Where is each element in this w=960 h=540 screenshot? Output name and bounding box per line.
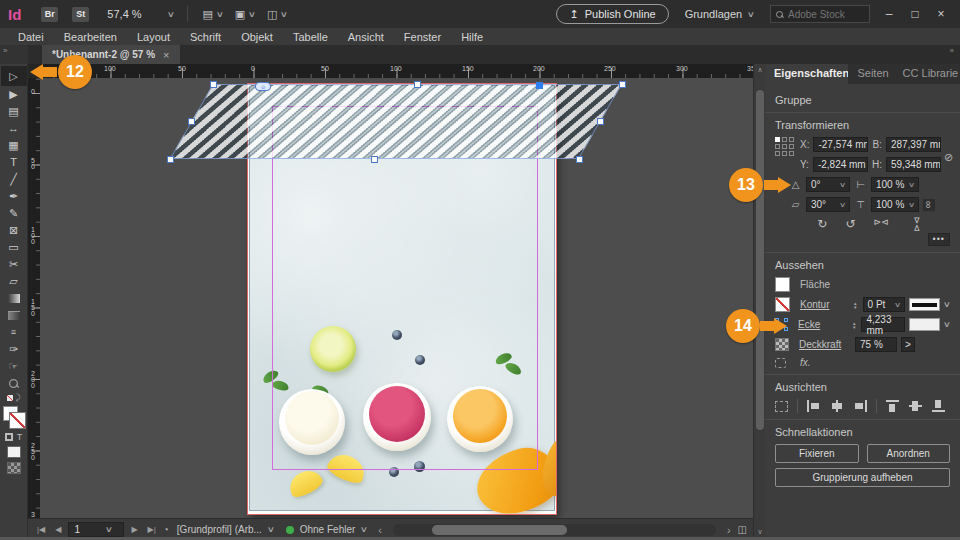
tool-zoom[interactable]	[1, 375, 27, 392]
fill-color-swatch[interactable]	[775, 277, 790, 292]
selection-handle[interactable]	[210, 81, 217, 88]
y-position-field[interactable]: -2,824 mm	[813, 157, 868, 172]
toolbar-collapse-icon[interactable]: »	[0, 45, 28, 64]
tool-content-collector[interactable]: ▦	[1, 137, 27, 154]
flip-vertical-button[interactable]: ⊳⊲	[907, 216, 921, 231]
vertical-ruler[interactable]: 0 50 100 150 200 250 300	[28, 78, 40, 518]
selected-striped-object[interactable]	[170, 84, 622, 159]
height-field[interactable]: 59,348 mm	[886, 157, 941, 172]
tool-hand[interactable]: ☞	[1, 358, 27, 375]
corner-link[interactable]: Ecke	[798, 319, 849, 330]
last-page-button[interactable]: ▶|	[145, 525, 159, 534]
bridge-button[interactable]: Br	[41, 7, 58, 22]
tool-direct-selection[interactable]: ▶	[1, 86, 27, 103]
arrange-button[interactable]: Anordnen	[867, 444, 951, 463]
lock-button[interactable]: Fixieren	[775, 444, 859, 463]
maximize-button[interactable]: □	[902, 4, 928, 24]
rotate-ccw-button[interactable]: ↺	[845, 217, 855, 231]
tool-eyedropper[interactable]: ✑	[1, 341, 27, 358]
flip-horizontal-button[interactable]: ⊳⊲	[873, 217, 888, 231]
menu-datei[interactable]: Datei	[8, 31, 54, 43]
preflight-icon[interactable]: ◔	[163, 524, 169, 535]
scroll-right-arrow[interactable]: ›	[724, 524, 734, 536]
stroke-swatch[interactable]	[10, 413, 25, 428]
stroke-style-swatch[interactable]	[909, 298, 940, 311]
tab-close-icon[interactable]: ×	[163, 49, 169, 61]
selection-handle[interactable]	[371, 156, 378, 163]
stroke-weight-field[interactable]: 0 Pt∨	[863, 297, 906, 312]
preflight-status[interactable]: Ohne Fehler ∨	[282, 524, 371, 535]
scroll-left-arrow[interactable]: ‹	[375, 524, 385, 536]
tool-gradient-feather[interactable]	[1, 307, 27, 324]
stroke-weight-stepper[interactable]: ▴▾	[854, 301, 857, 309]
pasteboard[interactable]: ⊙	[40, 78, 753, 518]
stock-button[interactable]: St	[72, 7, 89, 22]
search-input[interactable]	[788, 9, 862, 20]
fill-stroke-control[interactable]	[3, 406, 25, 428]
tab-eigenschaften[interactable]: Eigenschaften	[765, 64, 848, 84]
tool-scissors[interactable]: ✂	[1, 256, 27, 273]
opacity-field[interactable]: 75 %	[855, 337, 897, 352]
corner-radius-stepper[interactable]: ▴▾	[853, 321, 856, 329]
selection-handle[interactable]	[597, 118, 604, 125]
tool-gradient[interactable]	[1, 290, 27, 307]
tool-free-transform[interactable]: ▱	[1, 273, 27, 290]
corner-radius-field[interactable]: 4,233 mm	[861, 317, 904, 332]
menu-schrift[interactable]: Schrift	[180, 31, 231, 43]
menu-ansicht[interactable]: Ansicht	[338, 31, 394, 43]
tool-selection[interactable]: ▷	[1, 66, 27, 86]
tab-cc-libraries[interactable]: CC Librarie	[894, 64, 960, 84]
more-options-button[interactable]: •••	[928, 233, 950, 246]
tab-seiten[interactable]: Seiten	[848, 64, 893, 84]
tool-line[interactable]: ╱	[1, 171, 27, 188]
opacity-link[interactable]: Deckkraft	[799, 339, 851, 350]
selection-handle[interactable]	[414, 81, 421, 88]
first-page-button[interactable]: |◀	[34, 525, 48, 534]
selection-anchor-handle[interactable]	[536, 82, 543, 89]
default-swap-swatches[interactable]: ⤸	[7, 392, 21, 404]
horizontal-scrollbar-thumb[interactable]	[432, 525, 568, 535]
selection-handle[interactable]	[619, 81, 626, 88]
align-to-selector[interactable]	[775, 401, 788, 412]
align-top-button[interactable]	[886, 400, 900, 412]
align-left-button[interactable]	[807, 400, 821, 412]
workspace-switcher[interactable]: Grundlagen ∨	[685, 8, 754, 20]
selection-handle[interactable]	[188, 118, 195, 125]
tool-rectangle[interactable]: ▭	[1, 239, 27, 256]
reference-point-selector[interactable]	[775, 137, 794, 177]
menu-tabelle[interactable]: Tabelle	[283, 31, 338, 43]
adobe-stock-search[interactable]	[770, 5, 870, 23]
formatting-affects-controls[interactable]: T	[5, 432, 23, 442]
apply-gradient-button[interactable]	[7, 462, 21, 474]
zoom-level-control[interactable]: 57,4 % ∨	[107, 8, 173, 20]
x-position-field[interactable]: -27,574 mm	[813, 137, 868, 152]
object-style-icon[interactable]	[775, 358, 786, 368]
horizontal-scrollbar[interactable]	[393, 524, 716, 536]
tool-pencil[interactable]: ✎	[1, 205, 27, 222]
rotation-angle-field[interactable]: 0°∨	[806, 177, 850, 192]
stroke-link[interactable]: Kontur	[800, 299, 850, 310]
menu-hilfe[interactable]: Hilfe	[451, 31, 493, 43]
vertical-scrollbar-thumb[interactable]	[756, 90, 764, 430]
publish-online-button[interactable]: ↥ Publish Online	[556, 4, 668, 24]
corner-style-swatch[interactable]	[909, 318, 940, 331]
horizontal-ruler[interactable]: 100 50 0 50 100 150 200 250 300 350	[40, 64, 753, 78]
scale-y-field[interactable]: 100 %∨	[871, 197, 919, 212]
scroll-down-icon[interactable]: ∨	[754, 528, 766, 536]
panel-collapse-icon[interactable]: »	[950, 45, 960, 64]
scroll-up-icon[interactable]: ∧	[754, 66, 766, 74]
menu-fenster[interactable]: Fenster	[394, 31, 451, 43]
constrain-dimensions-icon[interactable]: ⊘	[944, 151, 953, 164]
selection-handle[interactable]	[167, 156, 174, 163]
align-right-button[interactable]	[853, 400, 867, 412]
tool-frame[interactable]: ⊠	[1, 222, 27, 239]
previous-page-button[interactable]: ◀	[52, 525, 64, 534]
tool-pen[interactable]: ✒	[1, 188, 27, 205]
view-options-control[interactable]: ▤ ∨	[202, 8, 222, 21]
tool-note[interactable]: ≡	[1, 324, 27, 341]
shear-angle-field[interactable]: 30°∨	[806, 197, 850, 212]
constrain-scale-icon[interactable]: ∞	[923, 199, 935, 211]
page-number-field[interactable]: 1 ∨	[68, 522, 124, 537]
tool-page[interactable]: ▤	[1, 103, 27, 120]
tool-type[interactable]: T	[1, 154, 27, 171]
